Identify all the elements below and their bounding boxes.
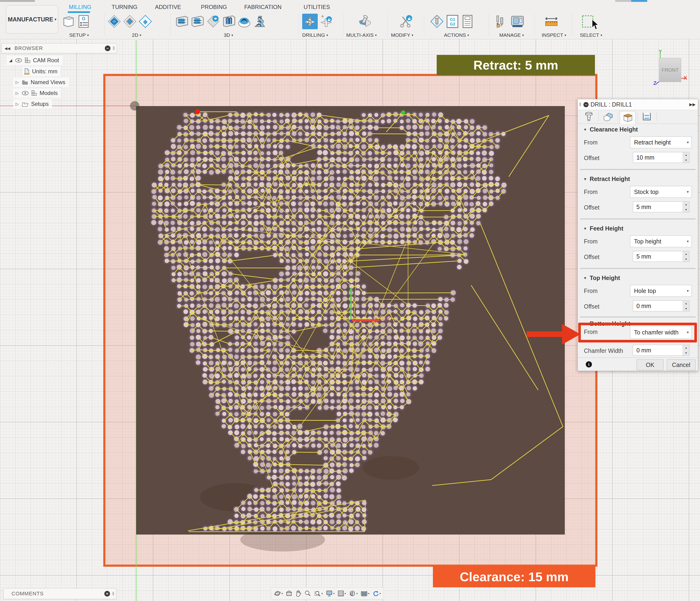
group-label-manage[interactable]: MANAGE▾ bbox=[499, 32, 524, 38]
section-title-retract-height[interactable]: ▼Retract Height bbox=[583, 175, 630, 183]
group-label-inspect[interactable]: INSPECT▾ bbox=[542, 32, 566, 38]
workspace-switcher-button[interactable]: MANUFACTURE ▾ bbox=[6, 5, 58, 33]
tab-fabrication[interactable]: FABRICATION bbox=[244, 3, 281, 11]
spinner-arrows[interactable]: ▲▼ bbox=[683, 152, 689, 163]
section-title-feed-height[interactable]: ▼Feed Height bbox=[583, 224, 623, 232]
spinner-arrows[interactable]: ▲▼ bbox=[683, 202, 689, 212]
feed-offset-input[interactable]: 5 mm ▲▼ bbox=[633, 251, 690, 262]
viewports-tool[interactable]: ▾ bbox=[349, 590, 358, 597]
expand-icon[interactable]: ◢ bbox=[8, 58, 13, 63]
manage-tool-library-icon[interactable] bbox=[494, 14, 510, 29]
axis-y-label: Y bbox=[658, 49, 662, 55]
tree-item-units[interactable]: Units: mm bbox=[23, 67, 61, 76]
dialog-tab-cycle[interactable] bbox=[639, 111, 654, 123]
tab-turning[interactable]: TURNING bbox=[111, 3, 137, 11]
group-label-modify[interactable]: MODIFY▾ bbox=[391, 32, 414, 38]
zoom-tool[interactable]: +- bbox=[304, 590, 311, 597]
visibility-eye-icon[interactable] bbox=[22, 91, 29, 96]
pan-tool[interactable] bbox=[295, 590, 301, 597]
group-label-drilling[interactable]: DRILLING▾ bbox=[302, 32, 328, 38]
group-label-multi-axis[interactable]: MULTI-AXIS▾ bbox=[346, 32, 377, 38]
minimize-panel-icon[interactable]: − bbox=[105, 46, 110, 51]
add-comment-icon[interactable]: + bbox=[104, 591, 110, 597]
group-label-2d[interactable]: 2D▾ bbox=[132, 32, 141, 38]
bottom-from-dropdown[interactable]: To chamfer width▾ bbox=[630, 326, 692, 339]
tree-item-named-views[interactable]: ▷ Named Views bbox=[13, 77, 69, 87]
cancel-button[interactable]: Cancel bbox=[667, 359, 696, 370]
clearance-from-dropdown[interactable]: Retract height▾ bbox=[630, 137, 692, 148]
clearance-offset-input[interactable]: 10 mm ▲▼ bbox=[633, 152, 690, 163]
retract-offset-input[interactable]: 5 mm ▲▼ bbox=[633, 201, 690, 212]
2d-contour-icon[interactable] bbox=[138, 14, 153, 29]
spinner-arrows[interactable]: ▲▼ bbox=[683, 345, 689, 355]
multi-axis-swarf-icon[interactable] bbox=[357, 14, 373, 29]
top-offset-input[interactable]: 0 mm ▲▼ bbox=[633, 300, 690, 311]
drill-new-operation-icon[interactable]: + bbox=[319, 14, 334, 29]
spinner-arrows[interactable]: ▲▼ bbox=[683, 251, 689, 262]
steps-tool[interactable]: ▾ bbox=[360, 590, 370, 597]
collapsed-arrow-icon[interactable]: ▷ bbox=[15, 91, 20, 96]
section-title-top-height[interactable]: ▼Top Height bbox=[583, 274, 620, 282]
group-label-setup[interactable]: SETUP▾ bbox=[69, 32, 89, 38]
group-label-actions[interactable]: ACTIONS▾ bbox=[444, 32, 469, 38]
orbit-tool[interactable]: + ▾ bbox=[274, 590, 283, 597]
3d-steep-shallow-icon[interactable] bbox=[205, 14, 221, 29]
3d-pocket-icon[interactable] bbox=[190, 14, 205, 29]
dialog-grip-icon[interactable]: ‖ bbox=[579, 102, 581, 107]
tree-item-cam-root[interactable]: ◢ CAM Root bbox=[7, 56, 62, 65]
inspect-measure-icon[interactable] bbox=[544, 14, 559, 29]
ok-button[interactable]: OK bbox=[636, 359, 664, 370]
chamfer-width-input[interactable]: 0 mm ▲▼ bbox=[633, 345, 690, 356]
collapsed-arrow-icon[interactable]: ▷ bbox=[15, 102, 20, 106]
new-setup-icon[interactable] bbox=[61, 14, 76, 29]
dialog-tab-tool[interactable] bbox=[581, 111, 597, 123]
actions-setup-sheet-icon[interactable] bbox=[460, 14, 475, 29]
panel-grip-icon[interactable]: ‖ bbox=[112, 591, 114, 597]
actions-g1g2-icon[interactable]: G1 G2 bbox=[445, 14, 460, 29]
section-title-clearance-height[interactable]: ▼Clearance Height bbox=[583, 126, 638, 133]
group-label-3d[interactable]: 3D▾ bbox=[224, 32, 233, 38]
dialog-tab-geometry[interactable] bbox=[600, 111, 616, 123]
tab-additive[interactable]: ADDITIVE bbox=[155, 3, 181, 11]
grid-settings-tool[interactable]: ▾ bbox=[338, 590, 346, 597]
tab-probing[interactable]: PROBING bbox=[201, 3, 227, 11]
collapsed-arrow-icon[interactable]: ▷ bbox=[15, 80, 20, 85]
feed-from-dropdown[interactable]: Top height▾ bbox=[630, 236, 692, 247]
tree-item-setups[interactable]: ▷ Setups bbox=[13, 99, 52, 109]
2d-pocket-icon[interactable] bbox=[122, 14, 138, 29]
dialog-tab-heights[interactable] bbox=[620, 111, 636, 124]
top-from-dropdown[interactable]: Hole top▾ bbox=[630, 285, 692, 297]
3d-scallop-icon[interactable] bbox=[236, 14, 252, 29]
spinner-arrows[interactable]: ▲▼ bbox=[683, 301, 689, 311]
dialog-collapse-icon[interactable]: − bbox=[583, 102, 589, 107]
3d-spiral-icon[interactable] bbox=[252, 14, 268, 29]
spin-down-icon: ▼ bbox=[683, 158, 689, 163]
browser-panel-header[interactable]: ◀◀ BROWSER − ‖ bbox=[1, 43, 117, 53]
3d-parallel-icon[interactable] bbox=[221, 14, 236, 29]
dialog-header[interactable]: ‖ − DRILL : DRILL1 ▶▶ bbox=[578, 99, 698, 110]
tab-utilities[interactable]: UTILITIES bbox=[304, 3, 330, 11]
panel-grip-icon[interactable]: ‖ bbox=[113, 46, 115, 51]
group-label-select[interactable]: SELECT▾ bbox=[580, 32, 602, 38]
tree-item-models[interactable]: ▷ Models bbox=[13, 88, 61, 98]
retract-from-dropdown[interactable]: Stock top▾ bbox=[630, 186, 692, 198]
view-cube[interactable]: FRONT bbox=[659, 58, 681, 82]
dialog-forward-icon[interactable]: ▶▶ bbox=[690, 102, 696, 107]
refresh-tool[interactable]: ▾ bbox=[372, 590, 381, 597]
plus-glyph: + bbox=[321, 15, 324, 19]
look-at-tool[interactable] bbox=[286, 591, 292, 597]
3d-adaptive-icon[interactable] bbox=[174, 14, 190, 29]
info-icon[interactable]: i bbox=[586, 361, 592, 367]
modify-toolpath-icon[interactable] bbox=[399, 14, 414, 29]
actions-post-icon[interactable] bbox=[429, 14, 445, 29]
tab-milling[interactable]: MILLING bbox=[69, 3, 92, 11]
drill-icon-active[interactable] bbox=[302, 14, 318, 29]
visibility-eye-icon[interactable] bbox=[15, 58, 22, 63]
collapse-panel-icon[interactable]: ◀◀ bbox=[4, 46, 10, 51]
comments-bar[interactable]: COMMENTS + ‖ bbox=[3, 588, 116, 599]
display-settings-tool[interactable]: ▾ bbox=[326, 590, 335, 597]
zoom-window-tool[interactable]: ▾ bbox=[314, 590, 323, 597]
manage-machine-icon[interactable] bbox=[510, 14, 525, 29]
post-process-icon[interactable]: G bbox=[76, 14, 92, 29]
2d-adaptive-icon[interactable] bbox=[106, 14, 122, 29]
